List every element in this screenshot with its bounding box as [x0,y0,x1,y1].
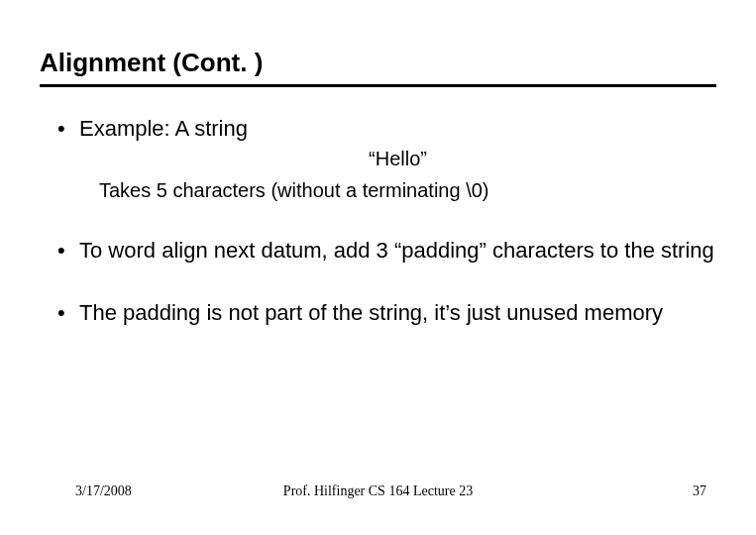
footer-center: Prof. Hilfinger CS 164 Lecture 23 [283,483,473,499]
slide-footer: 3/17/2008 Prof. Hilfinger CS 164 Lecture… [0,483,756,499]
footer-page-number: 37 [693,483,706,499]
bullet-text: Example: A string [79,116,248,141]
bullet-item: The padding is not part of the string, i… [57,299,716,327]
bullet-sub: Takes 5 characters (without a terminatin… [79,178,716,204]
slide-title: Alignment (Cont. ) [40,48,716,78]
bullet-list: Example: A string “Hello” Takes 5 charac… [40,115,716,327]
footer-date: 3/17/2008 [75,483,132,499]
bullet-sub-center: “Hello” [79,147,716,172]
bullet-text: The padding is not part of the string, i… [79,300,663,325]
bullet-item: Example: A string “Hello” Takes 5 charac… [57,115,716,203]
bullet-text: To word align next datum, add 3 “padding… [79,238,714,263]
title-rule [40,84,716,87]
bullet-item: To word align next datum, add 3 “padding… [57,237,716,265]
